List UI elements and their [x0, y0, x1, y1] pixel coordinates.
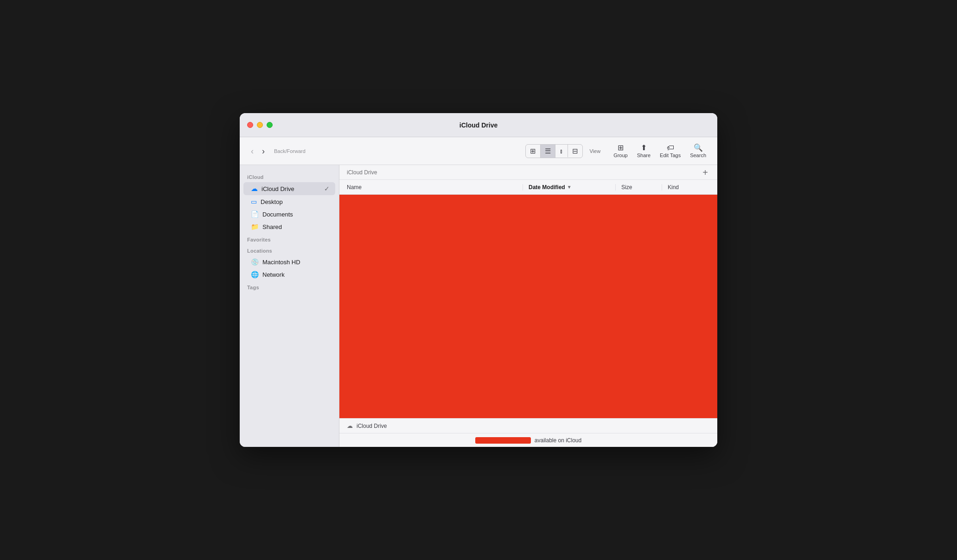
group-icon: ⊞ — [618, 144, 624, 152]
sidebar-item-desktop-label: Desktop — [261, 198, 283, 205]
file-area: iCloud Drive + Name Date Modified ▼ Size… — [339, 165, 717, 447]
group-label: Group — [613, 153, 628, 158]
sidebar-item-desktop[interactable]: ▭ Desktop — [243, 196, 335, 208]
checkmark-icon: ✓ — [324, 185, 330, 192]
file-breadcrumb: iCloud Drive + — [339, 165, 717, 180]
sidebar-item-icloud-drive[interactable]: ☁ iCloud Drive ✓ — [243, 182, 335, 195]
group-button[interactable]: ⊞ Group — [610, 141, 632, 161]
sidebar-item-macintosh-hd[interactable]: 💿 Macintosh HD — [243, 256, 335, 268]
favorites-section-label: Favorites — [240, 233, 339, 244]
window-title: iCloud Drive — [459, 121, 498, 129]
sidebar-item-documents[interactable]: 📄 Documents — [243, 208, 335, 220]
col-size-header: Size — [615, 184, 662, 191]
col-kind-header: Kind — [662, 184, 717, 191]
icon-view-icon: ⊞ — [530, 147, 536, 155]
column-view-icon: ⫾ — [560, 147, 563, 155]
sidebar-item-network[interactable]: 🌐 Network — [243, 268, 335, 280]
locations-section-label: Locations — [240, 244, 339, 255]
share-button[interactable]: ⬆ Share — [633, 141, 654, 161]
nav-buttons: ‹ › — [247, 144, 268, 158]
titlebar: iCloud Drive — [240, 113, 717, 137]
view-options: ⊞ ☰ ⫾ ⊟ — [525, 144, 583, 158]
sidebar-item-shared-label: Shared — [262, 223, 282, 230]
shared-folder-icon: 📁 — [251, 223, 259, 230]
share-label: Share — [637, 153, 651, 158]
column-view-button[interactable]: ⫾ — [555, 145, 568, 157]
file-list-area[interactable] — [339, 195, 717, 418]
icloud-drive-icon: ☁ — [251, 185, 258, 193]
sidebar-item-icloud-drive-label: iCloud Drive — [262, 185, 294, 192]
back-icon: ‹ — [251, 147, 254, 155]
tags-section-label: Tags — [240, 281, 339, 292]
edit-tags-button[interactable]: 🏷 Edit Tags — [656, 141, 684, 161]
gallery-view-button[interactable]: ⊟ — [568, 145, 582, 158]
documents-icon: 📄 — [251, 210, 259, 218]
column-headers: Name Date Modified ▼ Size Kind — [339, 180, 717, 195]
sort-chevron-icon: ▼ — [567, 185, 572, 190]
tag-icon: 🏷 — [667, 144, 674, 152]
storage-bar-area: available on iCloud — [339, 433, 717, 447]
storage-label: available on iCloud — [535, 437, 581, 444]
maximize-button[interactable] — [267, 122, 273, 128]
toolbar: ‹ › Back/Forward ⊞ ☰ ⫾ ⊟ View ⊞ Gro — [240, 137, 717, 165]
search-button[interactable]: 🔍 Search — [686, 141, 710, 161]
storage-bar — [475, 437, 531, 444]
view-label: View — [589, 148, 600, 154]
forward-icon: › — [262, 147, 265, 155]
sidebar-item-macintosh-hd-label: Macintosh HD — [262, 259, 300, 266]
search-label: Search — [690, 153, 706, 158]
status-cloud-icon: ☁ — [347, 422, 353, 429]
main-content: iCloud ☁ iCloud Drive ✓ ▭ Desktop 📄 Docu… — [240, 165, 717, 447]
add-button[interactable]: + — [701, 168, 710, 177]
back-forward-label: Back/Forward — [274, 148, 306, 154]
breadcrumb-title: iCloud Drive — [347, 169, 377, 176]
list-view-button[interactable]: ☰ — [541, 145, 555, 158]
list-view-icon: ☰ — [545, 147, 551, 155]
sidebar-item-network-label: Network — [262, 271, 285, 278]
search-icon: 🔍 — [694, 144, 703, 152]
gallery-view-icon: ⊟ — [572, 147, 578, 155]
finder-window: iCloud Drive ‹ › Back/Forward ⊞ ☰ ⫾ ⊟ — [240, 113, 717, 447]
icon-view-button[interactable]: ⊞ — [526, 145, 541, 158]
status-location: iCloud Drive — [357, 423, 387, 429]
network-icon: 🌐 — [251, 271, 259, 278]
traffic-lights — [247, 122, 273, 128]
col-date-header[interactable]: Date Modified ▼ — [523, 184, 615, 191]
edit-tags-label: Edit Tags — [660, 153, 681, 158]
share-icon: ⬆ — [641, 144, 647, 152]
sidebar-item-documents-label: Documents — [262, 211, 293, 218]
status-bar: ☁ iCloud Drive — [339, 418, 717, 433]
close-button[interactable] — [247, 122, 253, 128]
sidebar-item-shared[interactable]: 📁 Shared — [243, 221, 335, 233]
sidebar: iCloud ☁ iCloud Drive ✓ ▭ Desktop 📄 Docu… — [240, 165, 339, 447]
minimize-button[interactable] — [257, 122, 263, 128]
icloud-section-label: iCloud — [240, 171, 339, 182]
forward-button[interactable]: › — [258, 144, 268, 158]
desktop-icon: ▭ — [251, 198, 257, 205]
hd-icon: 💿 — [251, 258, 259, 266]
back-button[interactable]: ‹ — [247, 144, 257, 158]
col-name-header: Name — [339, 184, 523, 191]
